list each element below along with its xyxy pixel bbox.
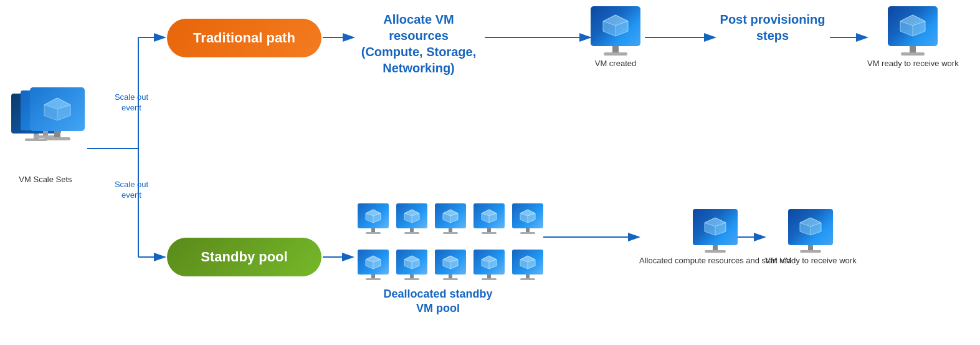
standby-vm-2 [394,190,430,234]
standby-vm-9 [471,236,507,280]
vm-scale-sets: VM Scale Sets [11,87,80,185]
scale-out-event-2: Scale out event [110,180,153,201]
standby-vm-3 [432,190,469,234]
standby-pool-pill: Standby pool [167,238,321,276]
deallocated-standby-text: Deallocated standby VM pool [376,287,500,316]
diagram-container: VM Scale Sets Scale out event Scale out … [0,0,980,345]
post-provisioning-text: Post provisioning steps [720,11,825,44]
vm-monitor-front [30,87,85,140]
standby-vm-6 [355,236,391,280]
vm-ready-top-label: VM ready to receive work [867,59,959,69]
standby-vm-4 [471,190,507,234]
allocated-compute-monitor [693,209,738,253]
vm-ready-top: VM ready to receive work [867,6,959,69]
vm-ready-bottom-label: VM ready to receive work [765,256,857,266]
scale-out-event-1: Scale out event [110,92,153,114]
standby-vm-7 [394,236,430,280]
vm-ready-bottom-monitor [788,209,833,253]
vm-ready-top-monitor [888,6,938,56]
standby-vm-5 [510,190,546,234]
allocate-vm-text: Allocate VM resources (Compute, Storage,… [356,11,481,76]
standby-vm-8 [432,236,469,280]
vm-stack [11,87,80,168]
vm-created: VM created [591,6,640,69]
standby-vm-10 [510,236,546,280]
vm-scale-sets-label: VM Scale Sets [19,173,72,185]
standby-vm-grid [355,190,546,280]
vm-ready-bottom: VM ready to receive work [765,209,857,266]
standby-vm-1 [355,190,391,234]
traditional-path-pill: Traditional path [167,19,321,57]
vm-created-monitor [591,6,640,56]
vm-created-label: VM created [595,59,636,69]
